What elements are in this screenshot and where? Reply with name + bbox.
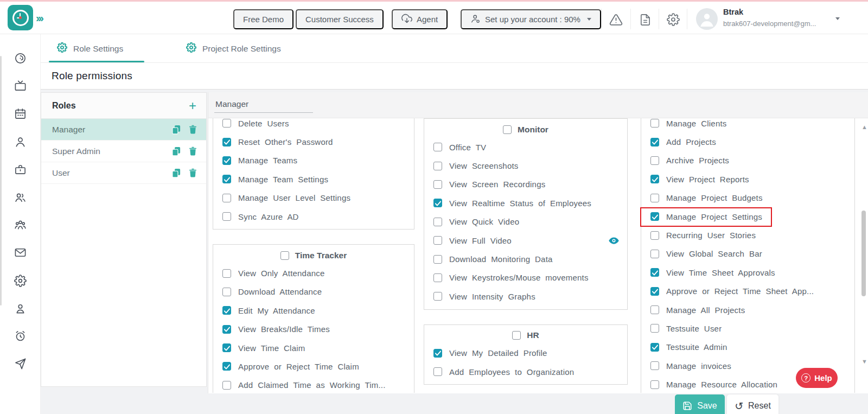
checkbox[interactable] [433, 236, 442, 245]
app-logo[interactable] [8, 5, 33, 30]
permission-item[interactable]: View Project Reports [641, 170, 854, 188]
briefcase-icon[interactable] [14, 163, 27, 176]
permission-item[interactable]: Download Monitoring Data [424, 250, 627, 268]
help-button[interactable]: ? Help [796, 368, 838, 388]
settings-icon[interactable] [14, 275, 27, 288]
users-icon[interactable] [14, 191, 27, 204]
checkbox[interactable] [222, 119, 231, 128]
permission-item[interactable]: Add Employees to Organization [424, 362, 627, 381]
checkbox[interactable] [512, 331, 521, 340]
checkbox[interactable] [222, 306, 231, 315]
permission-item[interactable]: Recurring User Stories [641, 226, 854, 244]
checkbox[interactable] [650, 175, 659, 183]
tab-role-settings[interactable]: Role Settings [57, 34, 123, 63]
permission-item[interactable]: View Realtime Status of Employees [424, 194, 627, 212]
checkbox[interactable] [433, 199, 442, 207]
checkbox[interactable] [222, 156, 231, 165]
free-demo-button[interactable]: Free Demo [233, 9, 293, 29]
copy-role-icon[interactable] [170, 145, 182, 157]
delete-role-icon[interactable] [187, 167, 199, 179]
checkbox[interactable] [222, 288, 231, 296]
permission-item[interactable]: Office TV [424, 138, 627, 156]
checkbox[interactable] [650, 156, 659, 165]
send-icon[interactable] [14, 358, 27, 371]
permission-group-header[interactable]: Time Tracker [213, 247, 414, 264]
permission-item[interactable]: Manage All Projects [641, 301, 854, 319]
checkbox[interactable] [650, 268, 659, 277]
checkbox[interactable] [650, 250, 659, 258]
permission-item[interactable]: Delete Users [213, 118, 414, 132]
checkbox[interactable] [433, 367, 442, 376]
checkbox[interactable] [650, 138, 659, 147]
reset-button[interactable]: ↺ Reset [727, 394, 778, 414]
permission-item[interactable]: Manage Teams [213, 151, 414, 170]
permission-item[interactable]: Testsuite Admin [641, 338, 854, 356]
save-button[interactable]: Save [675, 394, 725, 414]
user-badge-icon[interactable] [14, 302, 27, 315]
permission-item[interactable]: View Only Attendance [213, 264, 414, 282]
checkbox[interactable] [222, 381, 231, 390]
permission-item[interactable]: View Intensity Graphs [424, 287, 627, 305]
sidebar-scrollbar[interactable] [0, 56, 2, 305]
permission-item[interactable]: View Time Claim [213, 339, 414, 357]
permission-item[interactable]: View My Detailed Profile [424, 344, 627, 362]
permission-item[interactable]: Manage User Level Settings [213, 189, 414, 207]
checkbox[interactable] [222, 194, 231, 202]
checkbox[interactable] [280, 251, 289, 260]
scroll-down-arrow[interactable]: ▼ [861, 358, 867, 364]
checkbox[interactable] [650, 343, 659, 352]
permission-item[interactable]: View Global Search Bar [641, 245, 854, 263]
checkbox[interactable] [222, 212, 231, 221]
role-row-user[interactable]: User [41, 162, 206, 184]
permission-item[interactable]: Archive Projects [641, 151, 854, 170]
checkbox[interactable] [222, 343, 231, 352]
team-icon[interactable] [14, 219, 27, 232]
checkbox[interactable] [433, 255, 442, 264]
tv-icon[interactable] [14, 80, 27, 93]
permission-item[interactable]: Manage Project Budgets [641, 189, 854, 207]
customer-success-button[interactable]: Customer Success [296, 9, 384, 29]
checkbox[interactable] [650, 119, 659, 128]
delete-role-icon[interactable] [187, 124, 199, 136]
document-icon[interactable] [638, 12, 652, 27]
checkbox[interactable] [222, 325, 231, 334]
permission-item[interactable]: Testsuite User [641, 319, 854, 337]
permission-item[interactable]: Download Attendance [213, 283, 414, 301]
dashboard-icon[interactable] [14, 52, 27, 65]
checkbox[interactable] [222, 138, 231, 147]
user-icon[interactable] [14, 136, 27, 149]
role-row-manager[interactable]: Manager [41, 119, 206, 141]
setup-account-button[interactable]: Set up your account : 90% [461, 9, 601, 29]
checkbox[interactable] [650, 194, 659, 202]
permission-item[interactable]: View Quick Video [424, 213, 627, 231]
scroll-up-arrow[interactable]: ▲ [861, 124, 867, 129]
checkbox[interactable] [222, 175, 231, 183]
copy-role-icon[interactable] [170, 167, 182, 179]
permission-item[interactable]: View Breaks/Idle Times [213, 320, 414, 339]
checkbox[interactable] [503, 125, 512, 134]
checkbox[interactable] [650, 287, 659, 296]
add-role-button[interactable]: + [189, 100, 196, 111]
permission-item[interactable]: Manage Clients [641, 118, 854, 132]
permission-item[interactable]: Manage Team Settings [213, 170, 414, 188]
checkbox[interactable] [650, 305, 659, 314]
permission-item[interactable]: Edit My Attendance [213, 301, 414, 320]
alarm-clock-icon[interactable] [14, 330, 27, 343]
sidebar-expand-icon[interactable]: ››› [36, 11, 42, 24]
permission-item[interactable]: View Screen Recordings [424, 175, 627, 194]
checkbox[interactable] [650, 361, 659, 370]
eye-icon[interactable] [608, 235, 620, 246]
avatar[interactable] [696, 8, 718, 30]
permission-item[interactable]: View Full Video [424, 231, 627, 250]
checkbox[interactable] [222, 362, 231, 371]
permission-item[interactable]: View Screenshots [424, 156, 627, 175]
copy-role-icon[interactable] [170, 124, 182, 136]
permission-item[interactable]: Add Projects [641, 132, 854, 151]
checkbox[interactable] [433, 218, 442, 226]
gear-icon[interactable] [666, 12, 680, 27]
permission-group-header[interactable]: Monitor [424, 121, 627, 138]
checkbox[interactable] [433, 162, 442, 170]
role-name-input[interactable] [214, 97, 313, 113]
warning-icon[interactable] [609, 12, 623, 27]
user-menu-chevron-icon[interactable] [835, 17, 840, 20]
